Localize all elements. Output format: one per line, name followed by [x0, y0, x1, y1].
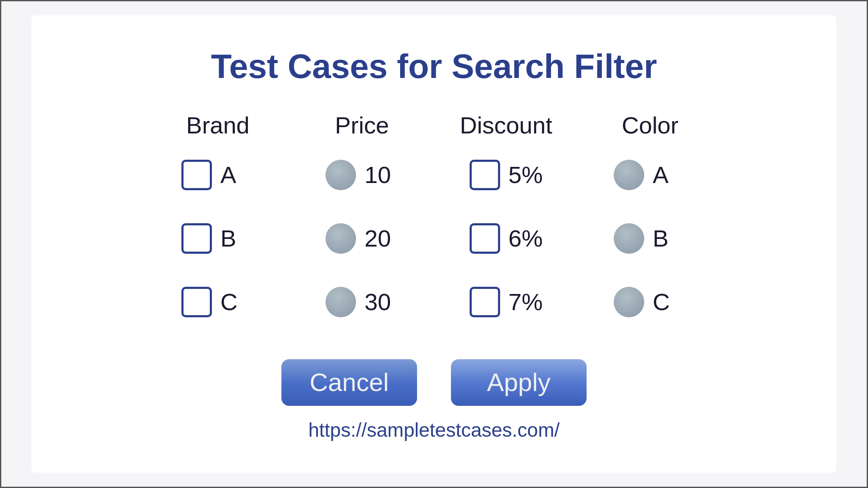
- color-label-a: A: [653, 161, 687, 189]
- brand-label-a: A: [220, 161, 254, 189]
- col-header-color: Color: [591, 111, 709, 139]
- brand-label-b: B: [220, 225, 254, 252]
- price-label-20: 20: [364, 225, 398, 252]
- price-radio-30[interactable]: [326, 287, 356, 317]
- brand-checkbox-a[interactable]: [181, 160, 212, 190]
- price-label-10: 10: [364, 161, 398, 189]
- color-radio-c[interactable]: [614, 287, 644, 317]
- brand-checkbox-b[interactable]: [181, 223, 212, 254]
- color-label-b: B: [653, 225, 687, 252]
- col-header-discount: Discount: [447, 111, 565, 139]
- action-buttons: Cancel Apply: [281, 359, 587, 406]
- discount-label-6: 6%: [509, 225, 543, 252]
- discount-checkbox-5[interactable]: [470, 160, 500, 190]
- discount-label-7: 7%: [509, 288, 543, 316]
- cancel-button[interactable]: Cancel: [281, 359, 417, 406]
- brand-label-c: C: [220, 288, 254, 316]
- price-label-30: 30: [364, 288, 398, 316]
- page-title: Test Cases for Search Filter: [211, 47, 657, 86]
- discount-checkbox-7[interactable]: [470, 287, 500, 317]
- discount-label-5: 5%: [509, 161, 543, 189]
- color-radio-a[interactable]: [614, 160, 644, 190]
- price-radio-20[interactable]: [326, 223, 356, 254]
- main-container: Test Cases for Search Filter Brand Price…: [31, 15, 837, 473]
- col-header-price: Price: [303, 111, 421, 139]
- apply-button[interactable]: Apply: [451, 359, 587, 406]
- brand-checkbox-c[interactable]: [181, 287, 212, 317]
- color-radio-b[interactable]: [614, 223, 644, 254]
- discount-checkbox-6[interactable]: [470, 223, 500, 254]
- color-label-c: C: [653, 288, 687, 316]
- col-header-brand: Brand: [159, 111, 277, 139]
- footer-url[interactable]: https://sampletestcases.com/: [308, 419, 559, 441]
- price-radio-10[interactable]: [326, 160, 356, 190]
